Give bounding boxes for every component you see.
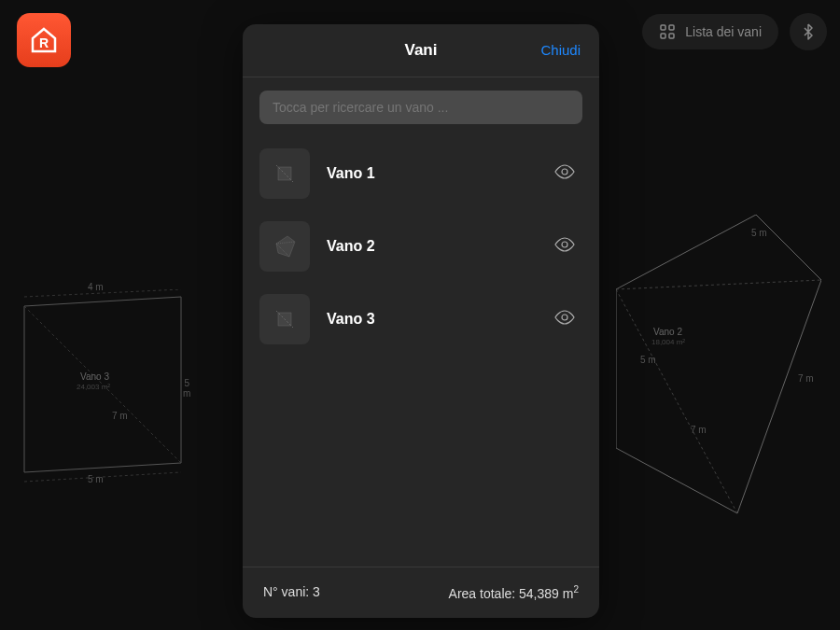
room-name-label: Vano 3 — [327, 311, 530, 328]
bg-dim-top-right: 5 m — [751, 228, 767, 238]
bg-dim-top-left: 4 m — [88, 282, 104, 292]
app-logo[interactable]: R — [17, 13, 71, 67]
modal-footer: N° vani: 3 Area totale: 54,389 m2 — [243, 567, 599, 618]
svg-line-9 — [616, 289, 737, 513]
room-shape-icon — [271, 232, 299, 260]
room-item[interactable]: Vano 3 — [259, 287, 582, 359]
bg-dim-bottom-left: 5 m — [88, 474, 104, 484]
svg-rect-2 — [669, 25, 674, 30]
room-thumbnail — [259, 221, 310, 272]
list-rooms-button[interactable]: Lista dei vani — [642, 14, 778, 49]
bg-room-name-left: Vano 3 — [80, 371, 109, 382]
list-rooms-label: Lista dei vani — [685, 24, 762, 39]
svg-rect-4 — [669, 34, 674, 38]
room-item[interactable]: Vano 2 — [259, 214, 582, 287]
room-item[interactable]: Vano 1 — [259, 141, 582, 214]
svg-point-12 — [562, 169, 567, 175]
bluetooth-button[interactable] — [790, 13, 827, 50]
svg-point-15 — [562, 242, 567, 247]
svg-rect-1 — [661, 25, 665, 30]
bg-dim-inner-right: 5 m — [640, 355, 656, 365]
eye-icon — [554, 164, 575, 179]
logo-icon: R — [29, 25, 59, 55]
room-shape-icon — [271, 160, 299, 188]
grid-icon — [659, 23, 676, 40]
room-name-label: Vano 2 — [327, 238, 530, 255]
visibility-toggle[interactable] — [547, 230, 582, 263]
room-shape-icon — [271, 305, 299, 333]
svg-rect-3 — [661, 34, 665, 38]
bluetooth-icon — [801, 23, 816, 40]
room-thumbnail — [259, 148, 310, 199]
bg-dim-right-right: 7 m — [798, 373, 814, 384]
room-name-label: Vano 1 — [327, 165, 530, 182]
bg-dim-right-left: 5 m — [183, 378, 190, 399]
svg-text:R: R — [39, 35, 49, 50]
visibility-toggle[interactable] — [547, 302, 582, 336]
svg-line-8 — [616, 280, 821, 289]
background-room-right: 5 m 7 m 5 m 7 m Vano 2 18,004 m² — [616, 215, 821, 523]
bg-room-area-left: 24,003 m² — [77, 383, 110, 391]
bg-room-name-right: Vano 2 — [653, 327, 682, 337]
modal-header: Vani Chiudi — [243, 24, 599, 77]
rooms-modal: Vani Chiudi Vano 1 — [243, 24, 599, 618]
room-thumbnail — [259, 294, 310, 344]
eye-icon — [554, 237, 575, 252]
background-room-left: 4 m 5 m 5 m 7 m Vano 3 24,003 m² — [19, 289, 187, 476]
room-list: Vano 1 Vano 2 — [243, 137, 599, 567]
search-input[interactable] — [259, 91, 582, 124]
top-toolbar: Lista dei vani — [642, 13, 827, 50]
svg-point-18 — [562, 315, 567, 320]
room-count-label: N° vani: 3 — [263, 584, 320, 601]
bg-dim-diag-left: 7 m — [112, 411, 128, 421]
bg-room-area-right: 18,004 m² — [651, 338, 685, 346]
visibility-toggle[interactable] — [547, 157, 582, 190]
bg-dim-diag-right: 7 m — [691, 425, 707, 435]
eye-icon — [554, 310, 575, 325]
total-area-label: Area totale: 54,389 m2 — [449, 584, 579, 601]
close-button[interactable]: Chiudi — [540, 42, 581, 58]
